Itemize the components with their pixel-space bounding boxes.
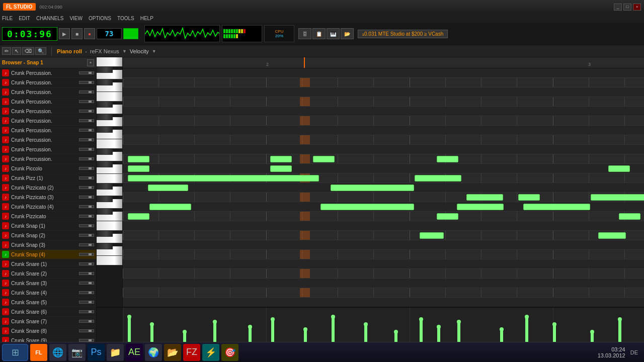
piano-key-17[interactable]: [97, 174, 122, 184]
piano-key-22[interactable]: [97, 209, 113, 215]
sidebar-item-5[interactable]: ♪Crunk Percussion.: [0, 116, 96, 126]
sidebar-item-slider-12[interactable]: [79, 186, 94, 189]
taskbar-files[interactable]: 📁: [107, 344, 124, 361]
note-0[interactable]: [128, 156, 149, 162]
sidebar-item-slider-22[interactable]: [79, 282, 94, 285]
pr-instrument-dropdown[interactable]: ▼: [122, 49, 127, 54]
note-16[interactable]: [457, 204, 504, 210]
sidebar-item-16[interactable]: ♪Crunk Snap (1): [0, 221, 96, 231]
play-button[interactable]: ▶: [59, 28, 70, 39]
taskbar-app1[interactable]: ⚡: [202, 344, 219, 361]
stop-button[interactable]: ■: [71, 28, 83, 39]
pr-select-tool[interactable]: ↖: [12, 47, 21, 55]
pr-draw-tool[interactable]: ✏: [2, 47, 11, 55]
sidebar-item-slider-9[interactable]: [79, 157, 94, 160]
sidebar-item-10[interactable]: ♪Crunk Piccolo: [0, 164, 96, 173]
sidebar-item-0[interactable]: ♪Crunk Percussion.: [0, 68, 96, 78]
maximize-button[interactable]: □: [623, 4, 631, 11]
sidebar-item-slider-19[interactable]: [79, 253, 94, 256]
sidebar-item-slider-3[interactable]: [79, 100, 94, 103]
note-2[interactable]: [313, 156, 335, 162]
sidebar-item-18[interactable]: ♪Crunk Snap (3): [0, 240, 96, 250]
menu-help[interactable]: HELP: [140, 16, 153, 21]
piano-key-5[interactable]: [97, 92, 122, 102]
note-12[interactable]: [518, 194, 540, 201]
menu-edit[interactable]: EDIT: [19, 16, 30, 21]
sidebar-item-8[interactable]: ♪Crunk Percussion.: [0, 145, 96, 154]
taskbar-chrome[interactable]: 🌐: [49, 344, 66, 361]
note-1[interactable]: [270, 156, 292, 162]
piano-key-18[interactable]: [97, 184, 113, 190]
sidebar-item-slider-11[interactable]: [79, 176, 94, 179]
sidebar-item-19[interactable]: ♪Crunk Snap (4): [0, 250, 96, 259]
browser-button[interactable]: 📂: [341, 28, 354, 39]
sidebar-item-25[interactable]: ♪Crunk Snare (6): [0, 307, 96, 317]
menu-channels[interactable]: CHANNELS: [36, 16, 63, 21]
sidebar-item-24[interactable]: ♪Crunk Snare (5): [0, 298, 96, 307]
sidebar-item-slider-10[interactable]: [79, 167, 94, 170]
taskbar-camera[interactable]: 📷: [68, 344, 86, 361]
piano-roll-button[interactable]: 🎹: [327, 28, 340, 39]
sidebar-item-slider-27[interactable]: [79, 329, 94, 332]
sidebar-close[interactable]: ×: [87, 59, 94, 66]
mixer-button[interactable]: 🎛: [298, 28, 311, 39]
pr-erase-tool[interactable]: ⌫: [22, 47, 34, 55]
minimize-button[interactable]: _: [614, 4, 622, 11]
note-5[interactable]: [270, 165, 292, 172]
piano-key-27[interactable]: [97, 243, 113, 249]
note-6[interactable]: [608, 165, 630, 172]
sidebar-item-4[interactable]: ♪Crunk Percussion.: [0, 107, 96, 116]
piano-key-15[interactable]: [97, 161, 113, 167]
sidebar-item-1[interactable]: ♪Crunk Percussion.: [0, 78, 96, 87]
note-10[interactable]: [331, 185, 414, 191]
sidebar-item-13[interactable]: ♪Crunk Pizzicato (3): [0, 193, 96, 202]
sidebar-item-slider-13[interactable]: [79, 196, 94, 199]
sidebar-item-slider-0[interactable]: [79, 71, 94, 74]
menu-options[interactable]: OPTIONS: [89, 16, 111, 21]
piano-key-12[interactable]: [97, 139, 122, 149]
sidebar-item-23[interactable]: ♪Crunk Snare (4): [0, 288, 96, 298]
sidebar-item-slider-5[interactable]: [79, 119, 94, 122]
note-15[interactable]: [320, 204, 414, 210]
note-23[interactable]: [420, 232, 444, 239]
sidebar-item-21[interactable]: ♪Crunk Snare (2): [0, 269, 96, 279]
sidebar-item-slider-21[interactable]: [79, 272, 94, 275]
sidebar-item-3[interactable]: ♪Crunk Percussion.: [0, 97, 96, 107]
sidebar-item-14[interactable]: ♪Crunk Pizzicato (4): [0, 202, 96, 212]
note-3[interactable]: [437, 156, 458, 162]
piano-key-29[interactable]: [97, 256, 122, 265]
taskbar-photoshop[interactable]: Ps: [88, 344, 105, 361]
note-17[interactable]: [523, 204, 590, 210]
sidebar-item-slider-24[interactable]: [79, 301, 94, 304]
note-14[interactable]: [149, 204, 191, 210]
piano-key-8[interactable]: [97, 114, 113, 120]
piano-key-6[interactable]: [97, 102, 113, 108]
grid-canvas[interactable]: [123, 68, 644, 307]
sidebar-item-slider-23[interactable]: [79, 291, 94, 294]
taskbar-browser[interactable]: 🌍: [145, 344, 162, 361]
piano-key-24[interactable]: [97, 221, 122, 231]
sidebar-item-slider-1[interactable]: [79, 81, 94, 84]
sidebar-item-slider-20[interactable]: [79, 262, 94, 265]
taskbar-filezilla[interactable]: FZ: [183, 344, 200, 361]
piano-key-25[interactable]: [97, 231, 113, 237]
piano-key-13[interactable]: [97, 149, 113, 155]
sidebar-item-slider-17[interactable]: [79, 234, 94, 237]
taskbar-folder[interactable]: 📂: [164, 344, 181, 361]
note-4[interactable]: [128, 165, 149, 172]
sidebar-item-15[interactable]: ♪Crunk Pizzicato: [0, 212, 96, 221]
sidebar-item-9[interactable]: ♪Crunk Percussion.: [0, 154, 96, 164]
note-13[interactable]: [591, 194, 644, 201]
record-button[interactable]: ●: [84, 28, 95, 39]
sidebar-item-slider-6[interactable]: [79, 129, 94, 132]
playlist-button[interactable]: 📋: [312, 28, 326, 39]
piano-key-1[interactable]: [97, 67, 113, 73]
close-button[interactable]: ×: [633, 4, 641, 11]
sidebar-item-2[interactable]: ♪Crunk Percussion.: [0, 87, 96, 97]
note-24[interactable]: [598, 232, 626, 239]
piano-key-10[interactable]: [97, 127, 113, 133]
note-20[interactable]: [128, 213, 149, 220]
sidebar-item-6[interactable]: ♪Crunk Percussion.: [0, 126, 96, 135]
sidebar-item-12[interactable]: ♪Crunk Pizzicato (2): [0, 183, 96, 193]
sidebar-item-22[interactable]: ♪Crunk Snare (3): [0, 279, 96, 288]
